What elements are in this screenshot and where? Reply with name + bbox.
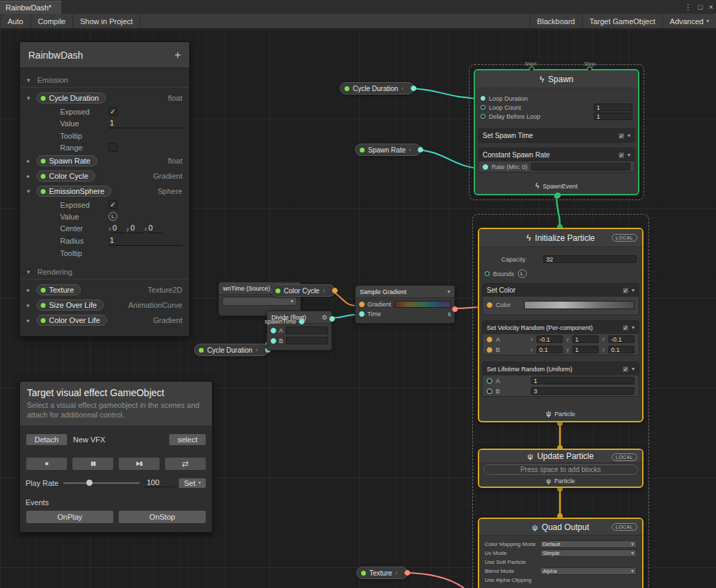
close-icon[interactable]: × [709, 3, 713, 11]
foldout-icon[interactable]: ▸ [27, 317, 33, 324]
spawn-output-port[interactable] [555, 193, 561, 198]
compile-button[interactable]: Compile [31, 14, 73, 28]
vel-b-y-field[interactable]: 1 [572, 346, 599, 353]
lifetime-a-port[interactable] [487, 378, 492, 384]
range-checkbox[interactable] [108, 143, 117, 152]
lifetime-b-port[interactable] [487, 389, 492, 394]
divide-a-field[interactable] [286, 326, 328, 334]
vel-a-x-field[interactable]: -0.1 [536, 335, 563, 343]
sample-gradient-output-port[interactable] [452, 306, 458, 312]
onstop-button[interactable]: OnStop [118, 510, 206, 524]
bounds-port[interactable] [485, 271, 490, 276]
pause-button[interactable]: ▮▮ [72, 457, 114, 471]
foldout-icon[interactable]: ▸ [27, 286, 33, 293]
lifetime-a-field[interactable]: 1 [531, 377, 635, 384]
use-soft-particle-label[interactable]: Use Soft Particle [485, 559, 526, 565]
detach-button[interactable]: Detach [26, 433, 68, 446]
vel-b-x-field[interactable]: 0.1 [536, 346, 563, 353]
divide-input-a-port[interactable] [271, 328, 276, 333]
chevron-down-icon[interactable]: ▾ [632, 366, 635, 372]
use-alpha-clipping-label[interactable]: Use Alpha Clipping [485, 577, 532, 583]
exposed-checkbox[interactable]: ✓ [108, 200, 117, 209]
chevron-down-icon[interactable]: ▾ [628, 152, 630, 158]
category-emission[interactable]: ▾ Emission [20, 72, 189, 88]
set-spawn-time-block[interactable]: Set Spawn Time ✓ ▾ [478, 128, 635, 143]
spawntime-output-port[interactable] [299, 319, 304, 324]
param-node-texture[interactable]: Texture ‹ [356, 567, 408, 579]
chevron-down-icon[interactable]: ▾ [632, 324, 635, 331]
param-node-color-cycle[interactable]: Color Cycle ‹ [271, 284, 336, 297]
edge-texture-to-quad-output[interactable] [403, 573, 464, 588]
param-output-port[interactable] [405, 570, 410, 576]
add-block-placeholder[interactable]: Press space to add blocks [483, 464, 638, 475]
param-row-emission-sphere[interactable]: ▾ EmissionSphere Sphere [20, 184, 189, 199]
auto-button[interactable]: Auto [0, 14, 31, 28]
initialize-particle-node[interactable]: ϟ Initialize Particle LOCAL Capacity 32 … [478, 228, 644, 422]
block-enabled-checkbox[interactable]: ✓ [622, 366, 629, 373]
stop-button[interactable]: ■ [26, 457, 68, 471]
blend-mode-dropdown[interactable]: Alpha▾ [540, 567, 637, 575]
param-row-color-cycle[interactable]: ▸ Color Cycle Gradient [20, 168, 189, 184]
foldout-icon[interactable]: ▸ [27, 157, 33, 164]
gradient-preview[interactable] [394, 301, 451, 308]
velocity-b-port[interactable] [487, 347, 492, 353]
chevron-down-icon[interactable]: ▾ [628, 133, 630, 139]
foldout-icon[interactable]: ▾ [27, 95, 33, 101]
spawntime-settings-dropdown[interactable]: ▾ [222, 297, 297, 306]
advanced-dropdown-button[interactable]: Advanced ▾ [662, 14, 716, 28]
vel-a-y-field[interactable]: 1 [572, 335, 599, 343]
velocity-a-port[interactable] [487, 337, 492, 342]
divide-b-field[interactable] [286, 337, 328, 344]
target-gameobject-toggle-button[interactable]: Target GameObject [582, 14, 662, 28]
step-button[interactable]: ▶▮ [118, 457, 160, 471]
linked-icon[interactable]: L [108, 212, 117, 221]
set-lifetime-random-block[interactable]: Set Lifetime Random (Uniform) ✓ ▾ A 1 B … [482, 362, 639, 397]
menu-icon[interactable]: ⋮ [684, 3, 692, 12]
update-particle-node[interactable]: ψ Update Particle LOCAL Press space to a… [478, 449, 644, 488]
rate-input-port[interactable] [483, 164, 488, 170]
category-rendering[interactable]: ▾ Rendering [20, 264, 189, 280]
maximize-icon[interactable]: □ [698, 3, 703, 11]
param-node-spawn-rate[interactable]: Spawn Rate ‹ [355, 144, 421, 156]
param-row-size-over-life[interactable]: ▸ Size Over Life AnimationCurve [20, 297, 189, 313]
param-output-port[interactable] [411, 86, 416, 91]
block-enabled-checkbox[interactable]: ✓ [618, 133, 625, 139]
center-z-field[interactable]: 0 [147, 224, 162, 233]
set-color-block[interactable]: Set Color ✓ ▾ Color [482, 283, 639, 315]
param-row-spawn-rate[interactable]: ▸ Spawn Rate float [20, 153, 189, 168]
lifetime-b-field[interactable]: 3 [531, 387, 635, 395]
param-output-port[interactable] [332, 288, 338, 293]
radius-field[interactable]: 1 [108, 236, 182, 246]
color-input-port[interactable] [487, 302, 492, 308]
graph-canvas[interactable]: wnTime (Source) ▾ spawnTime Divide (floa… [0, 29, 716, 588]
blackboard-toggle-button[interactable]: Blackboard [530, 14, 582, 28]
capacity-field[interactable]: 32 [543, 255, 637, 263]
exposed-checkbox[interactable]: ✓ [108, 107, 117, 116]
loop-count-field[interactable]: 1 [594, 104, 632, 111]
play-rate-slider[interactable] [64, 482, 140, 484]
foldout-icon[interactable]: ▾ [27, 77, 33, 84]
onplay-button[interactable]: OnPlay [26, 510, 114, 524]
slider-thumb[interactable] [86, 480, 93, 486]
param-row-texture[interactable]: ▸ Texture Texture2D [20, 282, 189, 297]
loop-count-port[interactable] [481, 105, 485, 110]
divide-input-b-port[interactable] [271, 338, 276, 344]
foldout-icon[interactable]: ▾ [27, 268, 33, 275]
rate-field[interactable] [531, 163, 630, 170]
tab-rainbwdash[interactable]: RainbwDash* [0, 1, 61, 14]
spawn-node[interactable]: Start Stop ϟ Spawn Loop Duration Loop Co… [474, 69, 639, 195]
vel-a-z-field[interactable]: -0.1 [608, 335, 635, 343]
param-node-cycle-duration-2[interactable]: Cycle Duration ‹ [194, 344, 269, 356]
set-play-rate-button[interactable]: Set▾ [178, 478, 206, 489]
gear-icon[interactable]: ⚙ [322, 314, 327, 321]
delay-field[interactable]: 1 [594, 112, 632, 120]
param-output-port[interactable] [418, 147, 423, 153]
param-row-cycle-duration[interactable]: ▾ Cycle Duration float [20, 90, 189, 106]
play-rate-field[interactable]: 100 [144, 478, 175, 487]
param-node-cycle-duration[interactable]: Cycle Duration ‹ [340, 82, 414, 95]
restart-button[interactable]: ⇄ [164, 457, 206, 471]
gradient-input-port[interactable] [359, 302, 365, 307]
chevron-down-icon[interactable]: ▾ [447, 288, 450, 295]
uv-mode-dropdown[interactable]: Simple▾ [540, 549, 637, 557]
foldout-icon[interactable]: ▸ [27, 173, 33, 179]
